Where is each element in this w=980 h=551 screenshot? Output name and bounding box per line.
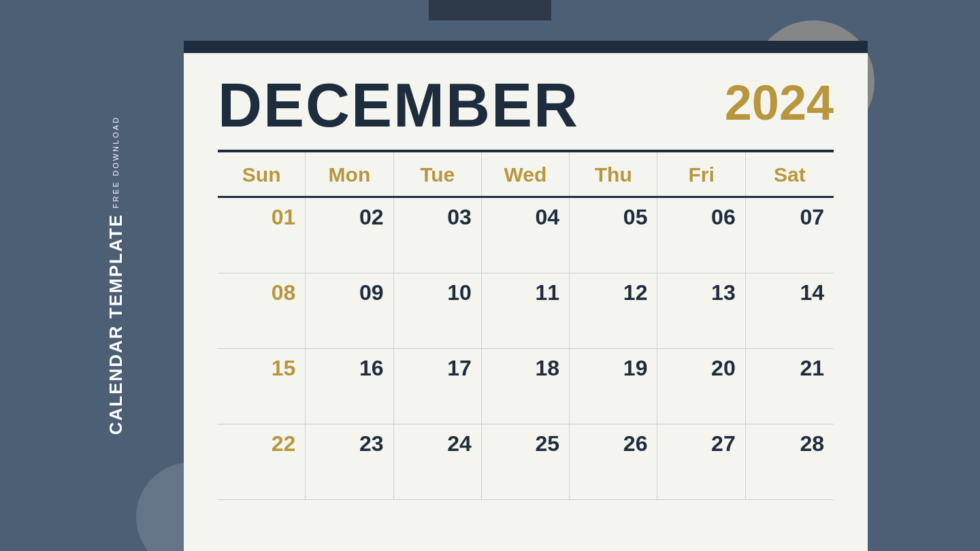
day-header-fri: Fri bbox=[657, 152, 745, 196]
cell-27: 27 bbox=[657, 424, 745, 499]
calendar-header: DECEMBER 2024 bbox=[218, 75, 834, 136]
day-header-sun: Sun bbox=[218, 152, 306, 196]
day-header-mon: Mon bbox=[306, 152, 393, 196]
top-clip bbox=[429, 0, 551, 20]
free-download-label: FREE DOWNLOAD bbox=[112, 116, 120, 208]
day-headers-row: Sun Mon Tue Wed Thu Fri Sat bbox=[218, 152, 834, 198]
month-title: DECEMBER bbox=[218, 75, 579, 136]
day-header-sat: Sat bbox=[746, 152, 834, 196]
cell-01: 01 bbox=[218, 198, 306, 273]
cell-07: 07 bbox=[746, 198, 834, 273]
cell-26: 26 bbox=[570, 424, 657, 499]
calendar-top-bar bbox=[184, 41, 868, 53]
cell-25: 25 bbox=[482, 424, 570, 499]
cell-19: 19 bbox=[570, 349, 657, 424]
calendar-grid: Sun Mon Tue Wed Thu Fri Sat 01 02 03 04 … bbox=[218, 152, 834, 500]
cell-15: 15 bbox=[218, 349, 306, 424]
cell-20: 20 bbox=[657, 349, 745, 424]
calendar-panel: DECEMBER 2024 Sun Mon Tue Wed Thu Fri Sa… bbox=[184, 41, 868, 551]
cell-16: 16 bbox=[306, 349, 393, 424]
cell-22: 22 bbox=[218, 424, 306, 499]
cell-13: 13 bbox=[657, 273, 745, 348]
cell-17: 17 bbox=[394, 349, 482, 424]
cell-05: 05 bbox=[570, 198, 657, 273]
day-header-thu: Thu bbox=[570, 152, 657, 196]
cell-08: 08 bbox=[218, 273, 306, 348]
cell-14: 14 bbox=[746, 273, 834, 348]
cell-06: 06 bbox=[657, 198, 745, 273]
day-header-tue: Tue bbox=[394, 152, 482, 196]
calendar-template-label: CALENDAR TEMPLATE bbox=[105, 214, 127, 435]
cell-11: 11 bbox=[482, 273, 570, 348]
cell-10: 10 bbox=[394, 273, 482, 348]
calendar-row-4: 22 23 24 25 26 27 28 bbox=[218, 424, 834, 500]
cell-12: 12 bbox=[570, 273, 657, 348]
sidebar: FREE DOWNLOAD CALENDAR TEMPLATE bbox=[75, 0, 157, 551]
day-header-wed: Wed bbox=[482, 152, 570, 196]
cell-04: 04 bbox=[482, 198, 570, 273]
cell-03: 03 bbox=[394, 198, 482, 273]
cell-09: 09 bbox=[306, 273, 393, 348]
calendar-row-2: 08 09 10 11 12 13 14 bbox=[218, 273, 834, 349]
cell-18: 18 bbox=[482, 349, 570, 424]
cell-24: 24 bbox=[394, 424, 482, 499]
year-title: 2024 bbox=[725, 75, 834, 127]
cell-21: 21 bbox=[746, 349, 834, 424]
calendar-row-3: 15 16 17 18 19 20 21 bbox=[218, 349, 834, 424]
calendar-row-1: 01 02 03 04 05 06 07 bbox=[218, 198, 834, 273]
cell-02: 02 bbox=[306, 198, 393, 273]
cell-23: 23 bbox=[306, 424, 393, 499]
cell-28: 28 bbox=[746, 424, 834, 499]
